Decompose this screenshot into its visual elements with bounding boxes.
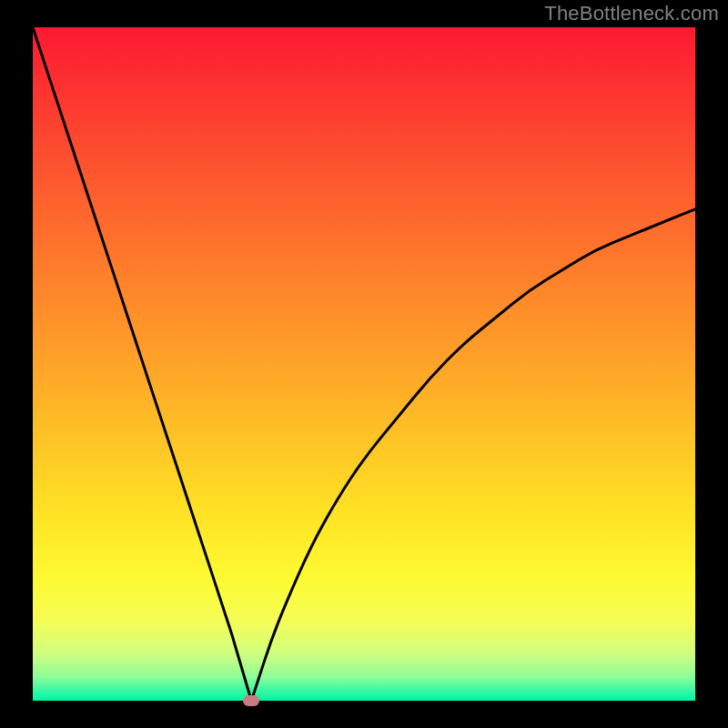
watermark-label: TheBottleneck.com <box>544 2 719 25</box>
bottleneck-curve <box>33 27 695 701</box>
bottleneck-marker <box>243 695 259 706</box>
plot-area <box>33 27 695 701</box>
chart-frame: TheBottleneck.com <box>0 0 728 728</box>
